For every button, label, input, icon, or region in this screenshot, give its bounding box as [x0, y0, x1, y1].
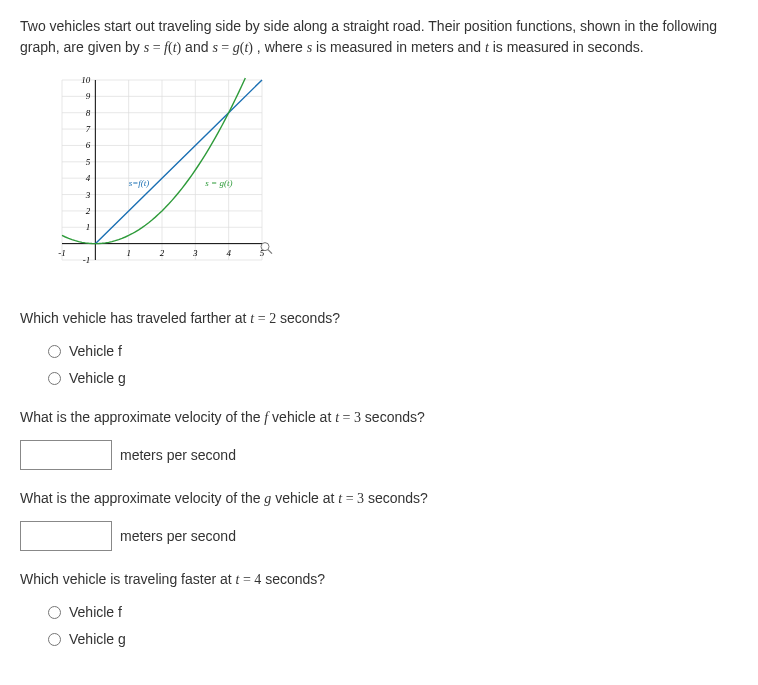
svg-text:2: 2: [160, 248, 165, 258]
svg-text:-1: -1: [83, 255, 91, 265]
question-1: Which vehicle has traveled farther at t …: [20, 308, 738, 329]
svg-text:4: 4: [86, 173, 91, 183]
q4-radio-f[interactable]: [48, 606, 61, 619]
q4-label-f: Vehicle f: [69, 602, 122, 623]
q1-radio-group: Vehicle f Vehicle g: [48, 341, 738, 389]
q1-radio-g[interactable]: [48, 372, 61, 385]
q2-unit: meters per second: [120, 445, 236, 466]
svg-text:-1: -1: [58, 248, 66, 258]
q4-radio-g[interactable]: [48, 633, 61, 646]
position-graph: -112345-112345678910s=f(t)s = g(t): [20, 70, 738, 290]
svg-text:5: 5: [86, 157, 91, 167]
q3-velocity-input[interactable]: [20, 521, 112, 551]
svg-text:2: 2: [86, 206, 91, 216]
svg-text:3: 3: [85, 190, 91, 200]
svg-text:9: 9: [86, 91, 91, 101]
svg-text:7: 7: [86, 124, 91, 134]
q1-label-g: Vehicle g: [69, 368, 126, 389]
q1-label-f: Vehicle f: [69, 341, 122, 362]
svg-text:1: 1: [86, 222, 91, 232]
svg-line-39: [268, 250, 272, 254]
svg-text:10: 10: [81, 75, 91, 85]
q3-unit: meters per second: [120, 526, 236, 547]
svg-text:4: 4: [226, 248, 231, 258]
question-2: What is the approximate velocity of the …: [20, 407, 738, 428]
svg-text:1: 1: [126, 248, 130, 258]
svg-text:s=f(t): s=f(t): [129, 178, 150, 188]
q1-radio-f[interactable]: [48, 345, 61, 358]
q4-radio-group: Vehicle f Vehicle g: [48, 602, 738, 650]
question-3: What is the approximate velocity of the …: [20, 488, 738, 509]
svg-text:3: 3: [192, 248, 198, 258]
q2-velocity-input[interactable]: [20, 440, 112, 470]
svg-text:6: 6: [86, 140, 91, 150]
problem-statement: Two vehicles start out traveling side by…: [20, 16, 738, 58]
q4-label-g: Vehicle g: [69, 629, 126, 650]
svg-text:8: 8: [86, 108, 91, 118]
question-4: Which vehicle is traveling faster at t =…: [20, 569, 738, 590]
svg-text:s = g(t): s = g(t): [205, 178, 232, 188]
